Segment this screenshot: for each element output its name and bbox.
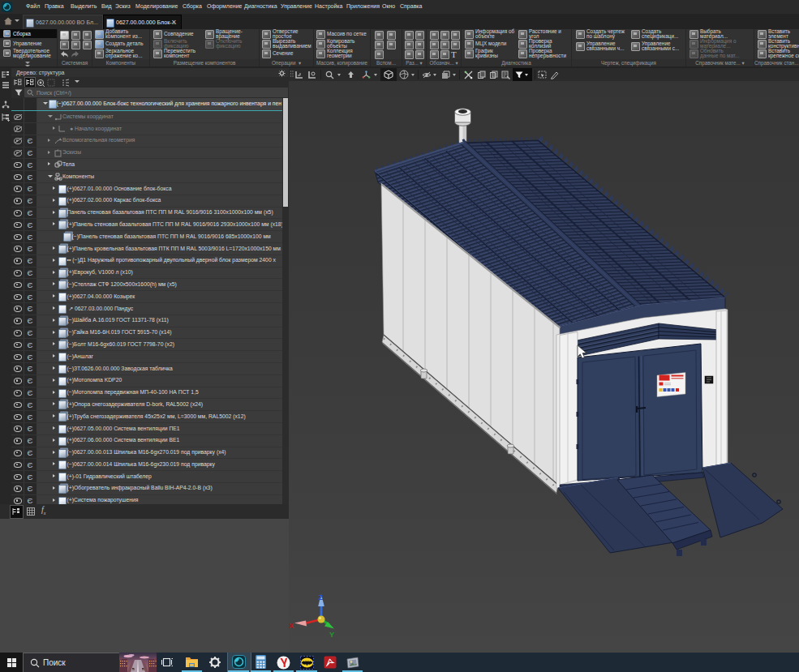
svg-text:X: X [289, 621, 294, 630]
svg-text:Z: Z [319, 593, 324, 601]
svg-text:Y: Y [329, 630, 335, 639]
